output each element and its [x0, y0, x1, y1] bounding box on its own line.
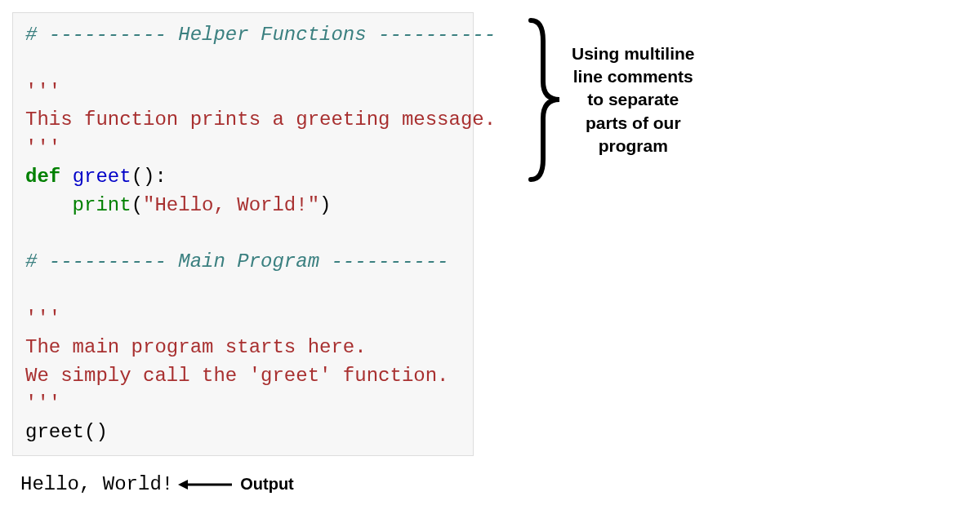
print-builtin: print: [73, 194, 131, 216]
docstring-close-1: ''': [25, 137, 60, 159]
docstring-open-2: ''': [25, 308, 60, 330]
svg-marker-1: [178, 480, 188, 490]
docstring-text-2a: The main program starts here.: [25, 336, 367, 358]
code-block: # ---------- Helper Functions ----------…: [12, 12, 474, 456]
docstring-text-1: This function prints a greeting message.: [25, 109, 496, 131]
section-comment-helper: # ---------- Helper Functions ----------: [25, 24, 496, 46]
section-comment-main: # ---------- Main Program ----------: [25, 250, 449, 273]
docstring-text-2b: We simply call the 'greet' function.: [25, 365, 448, 387]
docstring-open-1: ''': [25, 81, 60, 103]
docstring-close-2: ''': [25, 392, 60, 414]
def-keyword: def: [25, 166, 60, 188]
curly-brace-icon: [523, 16, 564, 184]
function-name: greet: [73, 166, 131, 188]
output-text: Hello, World!: [20, 473, 173, 495]
arrow-left-icon: [176, 476, 234, 493]
output-row: Hello, World! Output: [20, 473, 294, 495]
annotation-text: Using multiline line comments to separat…: [572, 42, 695, 158]
output-label: Output: [240, 475, 294, 494]
string-literal: "Hello, World!": [143, 194, 319, 216]
function-call: greet(): [25, 421, 108, 443]
